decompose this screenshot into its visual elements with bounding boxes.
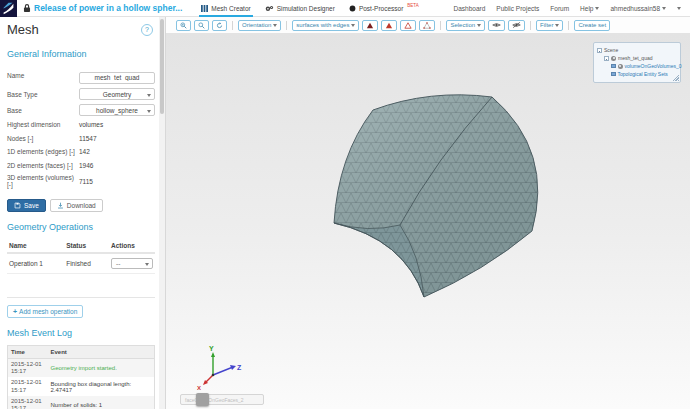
caret-icon [147, 110, 151, 113]
post-processor-icon [349, 5, 356, 12]
nav-public-projects[interactable]: Public Projects [496, 5, 539, 12]
user-menu[interactable]: ahmedhussain58 [610, 5, 666, 12]
caret-icon [662, 7, 666, 10]
reset-view-button[interactable] [212, 20, 227, 31]
operation-actions-select[interactable]: -- [111, 258, 153, 269]
tree-node-scene[interactable]: Scene [597, 46, 677, 54]
filter-label: Filter [540, 22, 553, 28]
section-geometry-operations: Geometry Operations [7, 222, 155, 232]
layer-icon[interactable] [611, 72, 616, 77]
entity-status-text: faceGroupOnGeoFaces_2 [185, 397, 244, 403]
project-title[interactable]: Release of power in a hollow spher... [34, 3, 182, 13]
download-icon [57, 202, 64, 209]
extra-menu[interactable] [677, 7, 681, 10]
expander-icon[interactable] [597, 48, 602, 53]
field-label: 3D elements (volumes) [-] [7, 174, 79, 188]
tree-node-volume[interactable]: volumeOnGeoVolumes_0 [611, 62, 677, 70]
mesh-body[interactable] [334, 95, 538, 297]
section-general-information: General Information [7, 49, 155, 59]
lock-icon [23, 3, 31, 13]
select-faces-button[interactable] [381, 20, 397, 31]
app-tabs: Mesh Creator Simulation Designer Post-Pr… [194, 0, 425, 17]
show-entity-icon [492, 22, 501, 28]
select-volumes-button[interactable] [362, 20, 378, 31]
field-label: Base [7, 107, 79, 114]
toolbar-divider [530, 21, 531, 30]
field-label: Name [7, 72, 79, 79]
selected-value: surfaces with edges [296, 22, 349, 28]
orientation-dropdown[interactable]: Orientation [238, 20, 281, 31]
tree-node-topological-sets[interactable]: Topological Entity Sets [611, 70, 677, 78]
tree-label[interactable]: Topological Entity Sets [618, 71, 668, 77]
entity-status-field[interactable]: faceGroupOnGeoFaces_2 [180, 394, 264, 405]
add-mesh-operation-button[interactable]: + Add mesh operation [7, 305, 83, 318]
tab-post-processor[interactable]: Post-Processor BETA [342, 0, 426, 17]
tree-label[interactable]: volumeOnGeoVolumes_0 [625, 63, 682, 69]
field-label: 1D elements (edges) [-] [7, 148, 79, 155]
caret-icon [477, 24, 481, 27]
zoom-fit-button[interactable] [194, 20, 209, 31]
operation-name: Operation 1 [7, 253, 64, 274]
render-canvas[interactable]: Y Z X Scene mesh_tet_quad [166, 33, 690, 409]
name-input[interactable] [79, 72, 155, 84]
tree-label: mesh_tet_quad [618, 55, 652, 61]
operations-table: Name Status Actions Operation 1 Finished… [7, 239, 155, 274]
event-text: Geometry import started. [48, 359, 155, 378]
table-row: 2015-12-01 15:17 Geometry import started… [8, 359, 155, 378]
event-time: 2015-12-01 15:17 [8, 359, 48, 378]
save-button[interactable]: Save [7, 199, 46, 212]
table-row[interactable]: Operation 1 Finished -- [7, 253, 155, 274]
simulation-designer-icon [265, 5, 274, 12]
field-label: 2D elements (faces) [-] [7, 162, 79, 169]
app-window: Release of power in a hollow spher... Me… [0, 0, 690, 409]
caret-icon [147, 94, 151, 97]
field-nodes: Nodes [-] 11547 [7, 134, 155, 143]
selected-value: hollow_sphere [96, 107, 138, 114]
help-button[interactable]: ? [141, 24, 153, 36]
download-button[interactable]: Download [50, 199, 103, 212]
base-select[interactable]: hollow_sphere [79, 104, 155, 116]
gear-icon [611, 56, 616, 61]
field-value: 7115 [79, 178, 93, 185]
hide-entity-button[interactable] [508, 20, 525, 31]
status-badge: Finished [64, 253, 109, 274]
top-nav: Dashboard Public Projects Forum Help ahm… [454, 5, 690, 12]
panel-scrollbar[interactable] [159, 17, 165, 409]
expander-icon[interactable] [604, 56, 609, 61]
caret-icon [555, 24, 559, 27]
tree-node-mesh[interactable]: mesh_tet_quad [604, 54, 677, 62]
toolbar-divider [286, 21, 287, 30]
create-set-button[interactable]: Create set [574, 20, 610, 31]
filter-dropdown[interactable]: Filter [536, 20, 563, 31]
show-entity-button[interactable] [488, 20, 505, 31]
field-base: Base hollow_sphere [7, 104, 155, 116]
select-nodes-button[interactable] [419, 20, 435, 31]
column-header: Actions [109, 239, 155, 253]
drag-handle[interactable] [196, 393, 209, 406]
selection-dropdown[interactable]: Selection [446, 20, 485, 31]
zoom-in-button[interactable] [176, 20, 191, 31]
selection-label: Selection [450, 22, 475, 28]
base-type-select[interactable]: Geometry [79, 88, 155, 100]
column-header: Name [7, 239, 64, 253]
event-text: Bounding box diagonal length: 2.47417 [48, 377, 155, 395]
help-menu[interactable]: Help [580, 5, 599, 12]
tab-simulation-designer[interactable]: Simulation Designer [258, 0, 342, 17]
reset-view-icon [216, 22, 223, 29]
tab-mesh-creator[interactable]: Mesh Creator [194, 0, 257, 17]
layer-icon[interactable] [611, 64, 616, 69]
nav-dashboard[interactable]: Dashboard [454, 5, 486, 12]
nav-forum[interactable]: Forum [550, 5, 569, 12]
toolbar-divider [440, 21, 441, 30]
scrollbar-thumb[interactable] [160, 19, 164, 114]
select-edges-button[interactable] [400, 20, 416, 31]
field-base-type: Base Type Geometry [7, 88, 155, 100]
simscale-logo[interactable] [0, 0, 17, 17]
select-edges-icon [404, 22, 412, 29]
mesh-render: Y Z X [166, 33, 690, 409]
toolbar-divider [568, 21, 569, 30]
hide-entity-icon [512, 22, 521, 28]
top-bar: Release of power in a hollow spher... Me… [0, 0, 690, 17]
render-mode-select[interactable]: surfaces with edges [292, 20, 359, 31]
orientation-label: Orientation [242, 22, 271, 28]
